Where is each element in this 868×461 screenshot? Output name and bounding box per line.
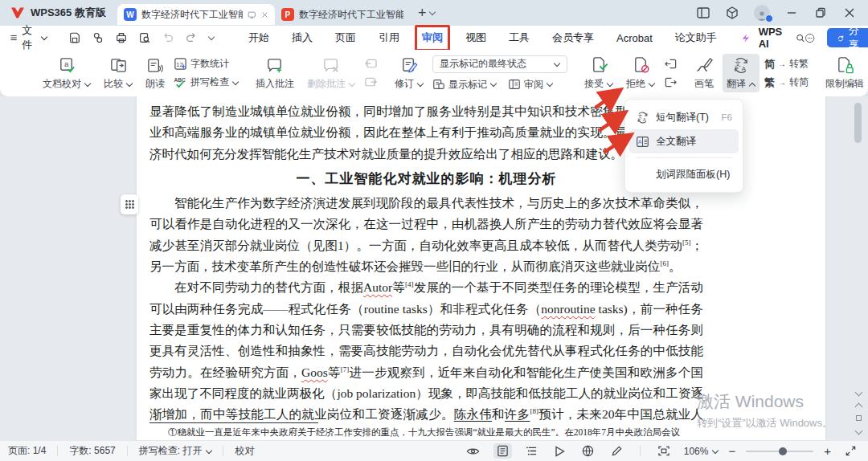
restore-button[interactable]: [813, 6, 828, 20]
document-heading[interactable]: 一、工业智能化对就业的影响：机理分析: [149, 169, 703, 190]
scroll-down-icon[interactable]: [855, 390, 862, 395]
page-view-icon[interactable]: [493, 443, 512, 459]
translate-button[interactable]: 文A 翻译: [723, 54, 760, 92]
next-comment-icon[interactable]: [364, 76, 378, 88]
brush-button[interactable]: 画笔: [690, 54, 718, 92]
minimize-button[interactable]: [784, 6, 799, 20]
menu-item-word-panel[interactable]: 划词跟随面板(H): [629, 162, 739, 186]
wps-ai-label[interactable]: WPS AI: [759, 26, 788, 50]
file-menu-button[interactable]: 文件: [0, 23, 54, 52]
svg-text:ABC: ABC: [174, 77, 186, 83]
doc-tab-pdf[interactable]: P 数字经济时代下工业智能化促进了高: [275, 4, 410, 25]
compare-button[interactable]: 比较: [100, 54, 137, 92]
doc-proof-button[interactable]: a 文档校对: [39, 54, 95, 92]
tab-review[interactable]: 审阅: [422, 31, 443, 45]
tab-page[interactable]: 页面: [335, 31, 356, 45]
next-change-icon[interactable]: [664, 76, 678, 88]
monitor-icon: [248, 10, 256, 20]
side-panel-icon[interactable]: [696, 6, 710, 20]
drag-handle[interactable]: [121, 194, 138, 214]
tab-view[interactable]: 视图: [465, 31, 486, 45]
help-feedback-icon[interactable]: [805, 31, 815, 45]
accept-button[interactable]: 接受: [580, 54, 617, 92]
scroll-navigation: [855, 390, 862, 434]
svg-text:文: 文: [735, 59, 741, 67]
restrict-edit-icon: [836, 56, 854, 75]
document-paragraph[interactable]: 智能化生产作为数字经济演进发展到现阶段的最具代表性技术，与历史上的多次技术革命类…: [149, 193, 703, 277]
document-paragraph[interactable]: 显著降低了制造业城镇单位就业份额，同时增加了服务业特别是其中知识和技术密集型的生…: [149, 101, 703, 165]
tab-reference[interactable]: 引用: [379, 31, 399, 45]
save-icon[interactable]: [68, 31, 81, 44]
to-traditional-button[interactable]: 简→ 转繁: [764, 57, 809, 71]
delete-comment-button[interactable]: 删除批注: [303, 54, 359, 92]
ink-pen-icon[interactable]: [608, 443, 626, 459]
writer-doc-icon: W: [124, 8, 137, 21]
tab-acrobat[interactable]: Acrobat: [616, 32, 653, 44]
slideshow-icon[interactable]: [551, 444, 568, 459]
fullscreen-icon[interactable]: [841, 443, 860, 459]
word-count-button[interactable]: 12 字数统计: [174, 57, 239, 71]
translate-icon: 文A: [731, 56, 751, 75]
share-button[interactable]: 分享: [827, 28, 868, 47]
track-changes-button[interactable]: 修订: [391, 54, 428, 92]
read-aloud-button[interactable]: 朗读: [141, 54, 169, 92]
outline-view-icon[interactable]: [522, 444, 541, 458]
tab-member[interactable]: 会员专享: [552, 31, 594, 45]
previous-page-icon[interactable]: [855, 402, 862, 408]
print-preview-icon[interactable]: [138, 31, 151, 44]
zoom-out-button[interactable]: −: [728, 445, 735, 457]
tab-insert[interactable]: 插入: [292, 31, 313, 45]
globe-cube-icon[interactable]: [725, 6, 739, 20]
close-button[interactable]: [842, 6, 857, 20]
search-icon[interactable]: [796, 32, 805, 44]
document-paragraph[interactable]: 在对不同劳动力的替代方面，根据Autor等[4]发展的一个基于不同类型任务的理论…: [149, 277, 703, 440]
svg-text:文: 文: [638, 113, 643, 118]
insert-comment-button[interactable]: 插入批注: [252, 54, 298, 92]
reject-icon: [632, 56, 650, 75]
redo-icon[interactable]: [185, 31, 198, 44]
proofread-button[interactable]: 校对: [235, 444, 254, 458]
review-pane-button[interactable]: 审阅: [508, 78, 553, 92]
markup-state-select[interactable]: 显示标记的最终状态: [432, 55, 567, 73]
accept-icon: [590, 56, 608, 75]
reject-button[interactable]: 拒绝: [622, 54, 659, 92]
spell-check-button[interactable]: ABC 拼写检查: [174, 75, 239, 89]
restrict-edit-button[interactable]: 限制编辑: [821, 54, 868, 92]
zoom-level[interactable]: 106%: [684, 446, 719, 457]
tab-paper-assistant[interactable]: 论文助手: [675, 31, 717, 45]
user-avatar[interactable]: [754, 5, 770, 21]
vertical-scrollbar[interactable]: [854, 103, 862, 143]
export-link-icon[interactable]: [92, 31, 104, 44]
undo-icon[interactable]: [162, 31, 174, 44]
zoom-in-button[interactable]: +: [824, 445, 831, 457]
new-tab-button[interactable]: +: [418, 5, 436, 22]
show-markup-button[interactable]: 显示标记: [432, 78, 497, 92]
previous-change-icon[interactable]: [664, 58, 678, 70]
doc-tab-writer[interactable]: W 数字经济时代下工业智能化促: [117, 4, 275, 25]
plus-icon: +: [418, 5, 427, 22]
more-chevron-icon[interactable]: [208, 35, 215, 41]
browse-object-icon[interactable]: [856, 415, 862, 421]
menu-separator: [636, 157, 732, 158]
zoom-slider-handle[interactable]: [779, 447, 787, 455]
pdf-doc-icon: P: [281, 8, 294, 21]
close-tab-icon[interactable]: [261, 10, 268, 19]
brush-icon: [694, 56, 714, 75]
previous-comment-icon[interactable]: [364, 58, 378, 70]
eye-protect-icon[interactable]: [463, 444, 483, 459]
menu-item-short-translate[interactable]: 文A 短句翻译(T) F6: [629, 105, 739, 129]
doc-tab-title: 数字经济时代下工业智能化促: [141, 8, 244, 22]
fit-page-icon[interactable]: [654, 443, 674, 459]
zoom-slider[interactable]: [746, 451, 813, 452]
next-page-icon[interactable]: [855, 428, 862, 434]
to-simplified-button[interactable]: 繁→ 转简: [764, 75, 809, 89]
page-indicator: 页面: 1/4: [8, 444, 46, 458]
menu-item-fulltext-translate[interactable]: A 全文翻译: [629, 129, 739, 153]
tab-tools[interactable]: 工具: [509, 31, 530, 45]
web-view-icon[interactable]: [579, 443, 597, 459]
divider: [640, 446, 641, 456]
footnote-separator: [149, 422, 318, 423]
tab-home[interactable]: 开始: [248, 31, 269, 45]
spell-check-status[interactable]: 拼写检查: 打开: [139, 444, 212, 458]
print-icon[interactable]: [115, 31, 128, 44]
